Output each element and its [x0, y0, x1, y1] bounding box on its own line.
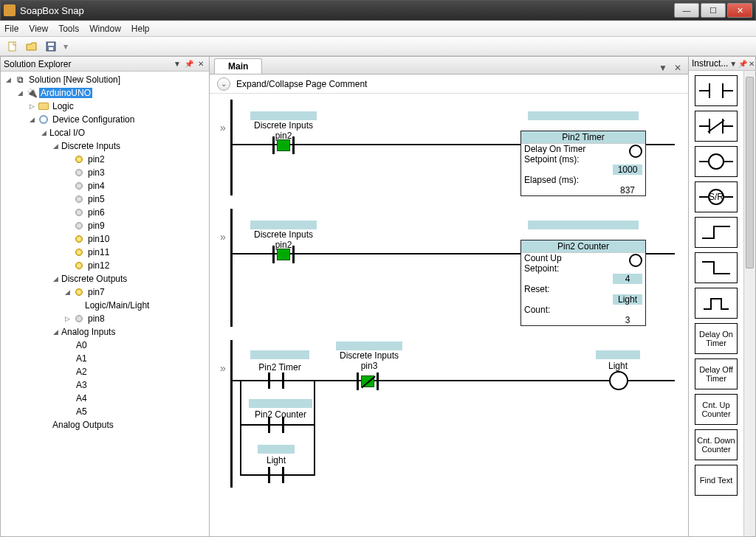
palette-delay-off-timer[interactable]: Delay Off Timer	[695, 358, 738, 389]
counter-type: Count Up	[524, 253, 642, 263]
window-title: SoapBox Snap	[20, 5, 673, 16]
no-contact[interactable]	[272, 136, 295, 154]
tree-local-io[interactable]: Local I/O	[48, 128, 86, 138]
output-coil[interactable]	[609, 371, 628, 390]
tree-solution[interactable]: Solution [New Solution]	[27, 75, 122, 85]
tree-pin3[interactable]: pin3	[86, 167, 106, 178]
toolbar-dropdown[interactable]: ▾	[62, 39, 69, 54]
no-contact[interactable]	[272, 246, 295, 263]
menu-file[interactable]: File	[4, 24, 18, 34]
minimize-button[interactable]: —	[674, 3, 699, 18]
palette-rising-edge[interactable]	[695, 217, 738, 248]
instruction-header	[528, 111, 639, 120]
tree-a4[interactable]: A4	[75, 393, 89, 403]
tree-a2[interactable]: A2	[75, 367, 89, 377]
palette-pulse[interactable]	[695, 288, 738, 319]
instruction-header	[528, 221, 639, 229]
menu-tools[interactable]: Tools	[58, 24, 79, 34]
rung-add-icon[interactable]: »	[216, 340, 230, 374]
counter-instruction[interactable]: Pin2 Counter Count Up Setpoint: 4 Reset:…	[520, 240, 646, 326]
tree-pin5[interactable]: pin5	[86, 194, 106, 204]
tree-pin9[interactable]: pin9	[86, 221, 106, 231]
rung-add-icon[interactable]: »	[216, 100, 230, 134]
palette-count-up[interactable]: Cnt. Up Counter	[695, 394, 738, 425]
tree-pin11[interactable]: pin11	[86, 247, 111, 257]
bulb-icon	[75, 209, 83, 216]
tree-a3[interactable]: A3	[75, 380, 89, 390]
solution-tree[interactable]: ◢⧉Solution [New Solution] ◢🔌ArduinoUNO ▷…	[1, 72, 209, 439]
no-contact[interactable]	[265, 467, 287, 483]
panel-dropdown-icon[interactable]: ▼	[729, 58, 737, 69]
tree-a0[interactable]: A0	[75, 340, 89, 350]
ladder-rung[interactable]: » Discrete Inputs pin2 Pin2 Timer Delay …	[216, 100, 675, 195]
palette-sr-coil[interactable]: S/R	[695, 181, 738, 212]
contact-group-label: Discrete Inputs	[250, 120, 317, 131]
svg-point-15	[709, 154, 724, 169]
svg-text:S/R: S/R	[709, 192, 724, 202]
nc-contact[interactable]	[357, 373, 379, 390]
contact-header	[249, 399, 312, 408]
palette-nc-contact[interactable]	[695, 111, 738, 142]
open-button[interactable]	[24, 39, 40, 54]
bulb-icon	[75, 156, 83, 163]
expand-collapse-row[interactable]: ⌄ Expand/Collapse Page Comment	[210, 75, 688, 94]
palette-find-text[interactable]: Find Text	[695, 465, 738, 496]
tree-a5[interactable]: A5	[75, 406, 89, 417]
ladder-canvas[interactable]: » Discrete Inputs pin2 Pin2 Timer Delay …	[210, 94, 688, 536]
tree-pin6[interactable]: pin6	[86, 207, 106, 218]
menu-help[interactable]: Help	[131, 24, 150, 34]
timer-elapsed-label: Elapsed (ms):	[524, 175, 642, 185]
editor-close-tab-icon[interactable]: ✕	[672, 62, 684, 74]
tab-main[interactable]: Main	[214, 58, 262, 74]
ladder-rung[interactable]: » Pin2 Timer Discrete Inputs pin3	[216, 340, 675, 488]
rung-add-icon[interactable]: »	[216, 209, 230, 243]
panel-close-icon[interactable]: ✕	[196, 59, 206, 69]
coil-header	[596, 350, 640, 359]
timer-instruction[interactable]: Pin2 Timer Delay On Timer Setpoint (ms):…	[520, 131, 646, 196]
tree-device-config[interactable]: Device Configuration	[51, 114, 136, 125]
new-button[interactable]	[4, 39, 21, 54]
editor-dropdown-icon[interactable]: ▼	[657, 62, 669, 74]
svg-line-12	[708, 120, 724, 132]
maximize-button[interactable]: ☐	[701, 3, 726, 18]
tree-discrete-inputs[interactable]: Discrete Inputs	[60, 141, 122, 151]
expand-collapse-label: Expand/Collapse Page Comment	[236, 79, 367, 89]
tree-pin2[interactable]: pin2	[86, 154, 106, 164]
tree-pin7[interactable]: pin7	[86, 287, 106, 297]
ladder-rung[interactable]: » Discrete Inputs pin2 Pin2 Counter Coun…	[216, 209, 675, 327]
folder-icon	[38, 103, 49, 110]
bulb-icon	[75, 249, 83, 256]
palette-no-contact[interactable]	[695, 75, 738, 106]
menu-window[interactable]: Window	[89, 24, 121, 34]
palette-coil[interactable]	[695, 146, 738, 177]
editor-area: Main ▼ ✕ ⌄ Expand/Collapse Page Comment …	[210, 56, 688, 537]
chevron-down-icon[interactable]: ⌄	[217, 77, 230, 91]
close-button[interactable]: ✕	[727, 3, 752, 18]
panel-pin-icon[interactable]: 📌	[738, 58, 747, 69]
palette-scrollbar[interactable]	[743, 71, 755, 536]
tree-pin8[interactable]: pin8	[86, 313, 106, 324]
tree-device[interactable]: ArduinoUNO	[39, 88, 92, 98]
save-button[interactable]	[43, 39, 59, 54]
series-contact-group: Discrete Inputs	[336, 350, 402, 361]
panel-dropdown-icon[interactable]: ▼	[172, 59, 182, 69]
tree-pin10[interactable]: pin10	[86, 234, 111, 244]
tree-pin4[interactable]: pin4	[86, 181, 106, 191]
palette-delay-on-timer[interactable]: Delay On Timer	[695, 323, 738, 354]
palette-falling-edge[interactable]	[695, 252, 738, 283]
scrollbar-thumb[interactable]	[746, 77, 754, 268]
tree-a1[interactable]: A1	[75, 353, 89, 364]
tree-analog-inputs[interactable]: Analog Inputs	[60, 327, 117, 337]
tree-analog-outputs[interactable]: Analog Outputs	[51, 420, 115, 430]
menu-view[interactable]: View	[29, 24, 48, 34]
instruction-palette-panel: Instruct... ▼ 📌 ✕ S/R Delay On Timer Del…	[688, 56, 756, 537]
tree-pin12[interactable]: pin12	[86, 260, 111, 271]
panel-pin-icon[interactable]: 📌	[184, 59, 194, 69]
tree-discrete-outputs[interactable]: Discrete Outputs	[60, 274, 128, 284]
panel-close-icon[interactable]: ✕	[749, 58, 755, 69]
palette-count-down[interactable]: Cnt. Down Counter	[695, 429, 738, 460]
no-contact[interactable]	[265, 417, 287, 433]
tree-logic[interactable]: Logic	[51, 101, 75, 111]
no-contact[interactable]	[265, 373, 287, 389]
tree-pin7-path[interactable]: Logic/Main/Light	[83, 300, 151, 311]
